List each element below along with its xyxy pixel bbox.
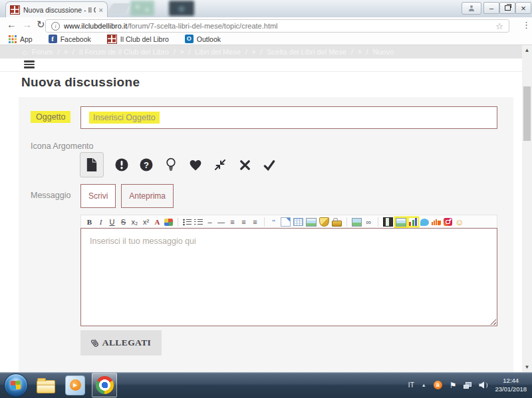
subject-placeholder: Inserisci Oggetto: [89, 112, 160, 124]
message-textarea[interactable]: Inserisci il tuo messaggio qui: [80, 228, 497, 326]
forward-icon[interactable]: →: [22, 19, 32, 29]
breadcrumb-item[interactable]: Libri del Mese: [195, 48, 240, 56]
bookmark-apps[interactable]: App: [8, 35, 33, 43]
taskbar-clock[interactable]: 12:44 23/01/2018: [495, 377, 527, 394]
chart-icon[interactable]: [409, 218, 418, 226]
home-icon: ⌂: [23, 48, 27, 56]
taskbar: ▶ IT ▲ a ⚑ 12:44 23/01/2018: [0, 372, 532, 398]
outlook-icon: O: [185, 35, 194, 43]
tab-title: Nuova discussione - Il Cl: [23, 6, 96, 14]
message-tabs: Scrivi Anteprima: [80, 184, 174, 208]
breadcrumb-item[interactable]: Nuovo: [372, 48, 394, 56]
page-info-icon[interactable]: i: [51, 22, 60, 31]
align-right-icon[interactable]: ≡: [239, 217, 248, 227]
action-center-flag-icon[interactable]: ⚑: [450, 381, 457, 390]
link-icon[interactable]: ∞: [364, 217, 373, 227]
taskbar-chrome-active[interactable]: [92, 373, 117, 397]
restore-button[interactable]: [499, 2, 515, 14]
question-circle-icon[interactable]: ?: [140, 157, 153, 173]
svg-text:?: ?: [144, 160, 149, 170]
quote-icon[interactable]: ": [269, 217, 278, 227]
horizontal-rule-icon[interactable]: —: [217, 217, 225, 227]
scrollbar-thumb[interactable]: [523, 86, 531, 141]
paperclip-icon: [89, 337, 100, 349]
volume-icon[interactable]: [479, 381, 487, 389]
hamburger-menu-icon[interactable]: [24, 60, 35, 68]
lock-icon[interactable]: [332, 221, 342, 227]
taskbar-media-player[interactable]: ▶: [63, 373, 88, 397]
bookmark-facebook[interactable]: f Facebook: [49, 35, 91, 43]
palette-icon[interactable]: [164, 219, 173, 226]
breadcrumb-slash: /: [72, 48, 74, 56]
lightbulb-icon[interactable]: [164, 157, 178, 173]
network-icon[interactable]: [464, 382, 471, 389]
toolbar-separator: [264, 217, 265, 227]
attachments-button[interactable]: ALLEGATI: [80, 330, 162, 355]
close-button[interactable]: ×: [515, 2, 531, 14]
tab-close-icon[interactable]: ×: [99, 6, 103, 14]
underline-icon[interactable]: U: [108, 217, 116, 227]
breadcrumb: ⌂ Forum />/ Il Forum de Il Club del Libr…: [0, 45, 522, 58]
subject-input[interactable]: Inserisci Oggetto: [80, 106, 497, 129]
address-bar[interactable]: i www.ilclubdellibro.it/forum/7-scelta-l…: [45, 19, 509, 33]
check-icon[interactable]: [263, 157, 276, 173]
page-scrollbar[interactable]: ▲ ▼: [522, 45, 532, 372]
superscript-icon[interactable]: x²: [142, 217, 150, 227]
align-center-icon[interactable]: ≡: [228, 217, 237, 227]
taskbar-explorer[interactable]: [33, 373, 59, 397]
shield-icon[interactable]: [319, 217, 329, 227]
photo-icon[interactable]: [396, 218, 406, 227]
table-icon[interactable]: [293, 218, 303, 226]
restore-icon: [505, 5, 511, 11]
numbered-list-icon[interactable]: [194, 219, 203, 226]
breadcrumb-item[interactable]: Scelta dei Libri del Mese: [267, 48, 346, 56]
scroll-up-icon[interactable]: ▲: [522, 47, 532, 53]
bookmark-club-del-libro[interactable]: Il Club del Libro: [107, 35, 169, 44]
breadcrumb-slash: /: [57, 48, 59, 56]
url-host: www.ilclubdellibro.it: [64, 22, 127, 30]
start-button[interactable]: [4, 373, 28, 397]
window-image-icon[interactable]: [306, 218, 317, 227]
soundcloud-icon[interactable]: [432, 219, 441, 225]
tab-preview[interactable]: Anteprima: [121, 184, 174, 208]
instagram-icon[interactable]: [444, 218, 452, 226]
font-color-icon[interactable]: A: [153, 217, 162, 227]
code-icon[interactable]: [281, 217, 291, 227]
bullet-list-icon[interactable]: [183, 219, 192, 226]
breadcrumb-item[interactable]: Il Forum de Il Club del Libro: [79, 48, 169, 56]
heart-icon[interactable]: [189, 157, 202, 173]
avast-icon[interactable]: a: [434, 381, 442, 389]
bookmark-star-icon[interactable]: ☆: [495, 21, 503, 31]
strikethrough-icon[interactable]: S: [119, 217, 128, 227]
message-label: Messaggio: [31, 191, 70, 200]
tray-time: 12:44: [495, 377, 527, 385]
image-icon[interactable]: [352, 218, 362, 227]
tray-expand-icon[interactable]: ▲: [422, 383, 426, 387]
subject-label: Oggetto: [31, 111, 70, 123]
file-icon[interactable]: [80, 152, 104, 177]
video-icon[interactable]: [383, 217, 393, 227]
reload-icon[interactable]: ↻: [37, 19, 45, 29]
browser-tab[interactable]: Nuova discussione - Il Cl ×: [5, 1, 108, 17]
back-icon[interactable]: ←: [7, 19, 17, 29]
minimize-button[interactable]: –: [483, 2, 499, 14]
language-indicator[interactable]: IT: [408, 381, 414, 389]
cross-icon[interactable]: [238, 157, 251, 173]
bold-icon[interactable]: B: [85, 217, 94, 227]
emoticon-icon[interactable]: ☺: [455, 217, 464, 227]
exclamation-circle-icon[interactable]: [115, 157, 128, 173]
twitter-icon[interactable]: [420, 219, 429, 226]
scroll-down-icon[interactable]: ▼: [522, 364, 532, 370]
chrome-menu-icon[interactable]: ⋮: [522, 20, 531, 30]
bookmark-outlook[interactable]: O Outlook: [185, 35, 221, 43]
align-justify-icon[interactable]: ≡: [251, 217, 259, 227]
profile-button[interactable]: [462, 2, 481, 15]
tab-write[interactable]: Scrivi: [80, 184, 116, 208]
subscript-icon[interactable]: x₂: [130, 217, 139, 227]
breadcrumb-item[interactable]: Forum: [32, 48, 53, 56]
chevron-right-icon: >: [180, 49, 184, 55]
compress-arrows-icon[interactable]: [213, 157, 227, 173]
italic-icon[interactable]: I: [96, 217, 105, 227]
outdent-icon[interactable]: –: [205, 217, 214, 227]
resize-handle[interactable]: [490, 319, 496, 325]
